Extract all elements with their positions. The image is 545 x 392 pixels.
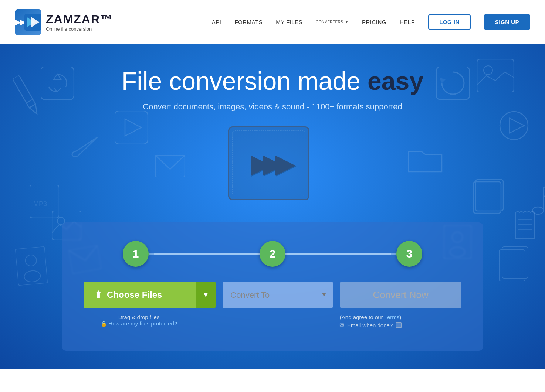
logo-icon [15,9,41,35]
choose-files-wrap: ⬆ Choose Files ▼ [84,282,216,308]
chevron-down-icon: ▼ [203,291,209,299]
svg-rect-7 [115,111,148,144]
play-arrows [251,148,287,179]
recycle-right-icon [436,67,470,100]
drag-drop-area: Drag & drop files 🔒 How are my files pro… [85,314,192,327]
svg-line-5 [26,99,33,103]
play-box [228,126,309,200]
actions-row: ⬆ Choose Files ▼ Convert To ▼ Convert No… [84,282,461,308]
lock-icon: 🔒 [101,321,107,327]
email-label: Email when done? [347,322,393,328]
actions-sub: Drag & drop files 🔒 How are my files pro… [84,314,461,328]
logo-brand: ZAMZAR™ [46,13,113,26]
terms-prefix: (And agree to our [340,314,385,320]
converter-panel: 1 2 3 ⬆ Choose Files ▼ Convert To [62,222,483,351]
svg-rect-9 [155,155,185,177]
svg-rect-32 [499,250,525,281]
svg-rect-21 [473,182,501,213]
email-icon: ✉ [339,322,344,328]
logo-text-area: ZAMZAR™ Online file conversion [46,13,113,32]
upload-icon: ⬆ [94,289,102,301]
convert-to-wrap: Convert To ▼ [223,282,333,308]
nav-formats[interactable]: FORMATS [234,19,263,25]
main-nav: API FORMATS MY FILES CONVERTERS ▼ PRICIN… [212,14,530,30]
convert-to-select[interactable]: Convert To [223,282,333,308]
nav-pricing[interactable]: PRICING [362,19,386,25]
notes-icon [514,211,536,240]
nav-help[interactable]: HELP [400,19,415,25]
step-line-2 [285,253,396,255]
signup-button[interactable]: SIGN UP [484,14,530,30]
svg-point-19 [24,270,41,283]
login-button[interactable]: LOG IN [428,14,471,30]
recycle-icon [41,67,74,100]
logo-svg [24,10,41,35]
hero-title: File conversion made easy [122,67,423,95]
music-note-icon [529,185,545,218]
svg-marker-23 [439,78,446,83]
envelope-icon [155,155,185,177]
play-icon [115,111,148,144]
logo-area: ZAMZAR™ Online file conversion [15,9,113,35]
choose-files-label: Choose Files [107,290,162,300]
step-3-circle: 3 [396,241,422,267]
svg-rect-17 [15,246,48,286]
svg-marker-27 [510,118,524,133]
folder-icon [407,144,444,174]
hero-graphic [228,126,317,204]
file-stack-icon [499,244,532,281]
nav-my-files[interactable]: MY FILES [276,19,302,25]
terms-link[interactable]: Terms [384,314,399,320]
wrench-icon [67,122,108,167]
nav-api[interactable]: API [212,19,221,25]
svg-rect-22 [436,67,470,100]
play-circle-icon [499,111,529,140]
hero-subtitle: Convert documents, images, videos & soun… [143,102,402,112]
svg-rect-20 [475,180,503,211]
nav-converters-label: CONVERTERS [316,20,343,24]
hero-title-part1: File conversion made [122,67,368,95]
convert-terms: (And agree to our Terms) ✉ Email when do… [281,314,460,328]
svg-point-18 [25,255,37,267]
svg-rect-6 [41,67,74,100]
photo-right-icon [477,59,514,92]
email-row: ✉ Email when done? [281,322,460,328]
svg-rect-3 [13,75,35,108]
chevron-down-icon: ▼ [345,20,349,24]
drag-drop-text: Drag & drop files [85,314,192,320]
step-line-1 [149,253,260,255]
svg-rect-31 [502,247,528,278]
svg-point-25 [484,66,492,75]
steps-row: 1 2 3 [84,241,461,267]
file-protection-link[interactable]: How are my files protected? [108,320,177,327]
svg-text:MP3: MP3 [33,200,47,208]
svg-rect-24 [477,59,514,92]
terms-suffix: ) [399,314,401,320]
choose-files-button[interactable]: ⬆ Choose Files [84,282,196,308]
terms-text: (And agree to our Terms) [281,314,460,320]
svg-marker-4 [29,104,40,116]
logo-tagline: Online file conversion [46,26,113,32]
header: ZAMZAR™ Online file conversion API FORMA… [0,0,545,44]
nav-converters[interactable]: CONVERTERS ▼ [316,20,349,24]
file-protection-text: 🔒 How are my files protected? [85,320,192,327]
svg-point-26 [500,112,528,140]
convert-now-button[interactable]: Convert Now [340,282,461,308]
step-1-circle: 1 [123,241,149,267]
pencil-icon [8,72,48,123]
document-stack-icon [473,177,507,214]
hero-section: MP3 [0,44,545,369]
svg-marker-8 [125,119,141,136]
portrait-icon [15,246,48,286]
choose-files-dropdown-button[interactable]: ▼ [196,282,216,308]
email-when-done-checkbox[interactable] [396,322,402,328]
step-2-circle: 2 [260,241,285,267]
hero-title-bold: easy [368,67,423,95]
svg-rect-10 [30,185,59,218]
mp3-icon: MP3 [30,185,59,218]
